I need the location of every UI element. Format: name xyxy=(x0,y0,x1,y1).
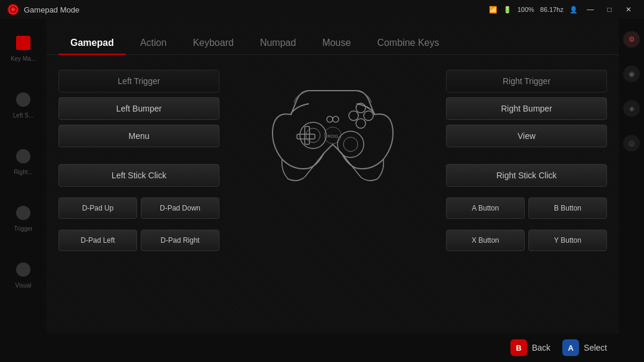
bottom-bar: B Back A Select xyxy=(47,333,619,362)
hz-display: 86.17hz xyxy=(540,6,564,13)
back-action[interactable]: B Back xyxy=(510,339,550,356)
svg-text:ROG: ROG xyxy=(327,134,338,139)
spacer xyxy=(58,152,219,159)
select-action[interactable]: A Select xyxy=(562,339,607,356)
gamepad-area: Left Trigger Left Bumper Menu Left Stick… xyxy=(47,55,619,361)
svg-point-8 xyxy=(364,111,373,120)
tab-action[interactable]: Action xyxy=(128,32,178,54)
svg-point-7 xyxy=(356,119,366,128)
lefts-icon xyxy=(16,92,30,107)
right-sidebar-btn-3[interactable]: ◈ xyxy=(623,100,640,117)
sidebar-item-keymap[interactable]: Key Ma... xyxy=(2,31,44,70)
b-button[interactable]: B Button xyxy=(528,197,607,219)
right-icon xyxy=(16,149,30,163)
tab-combine-keys[interactable]: Combine Keys xyxy=(365,32,451,54)
sidebar-item-lefts[interactable]: Left S... xyxy=(2,88,44,126)
titlebar: Gamepad Mode 📶 🔋 100% 86.17hz 👤 — □ ✕ xyxy=(0,0,644,19)
select-label: Select xyxy=(584,343,607,352)
sidebar-label-lefts: Left S... xyxy=(5,109,42,122)
app-title: Gamepad Mode xyxy=(24,5,79,14)
battery-icon: 🔋 xyxy=(503,6,512,14)
sidebar-label-trigger: Trigger xyxy=(5,222,42,235)
sidebar-item-trigger[interactable]: Trigger xyxy=(2,201,44,240)
sidebar-item-visual[interactable]: Visual xyxy=(2,258,44,296)
battery-percent: 100% xyxy=(518,6,534,13)
tab-keyboard[interactable]: Keyboard xyxy=(181,32,246,54)
minimize-button[interactable]: — xyxy=(582,4,599,16)
titlebar-right: 📶 🔋 100% 86.17hz 👤 — □ ✕ xyxy=(487,4,637,16)
face-btn-row-1: A Button B Button xyxy=(446,197,607,219)
svg-point-9 xyxy=(349,111,358,120)
right-bumper-button[interactable]: Right Bumper xyxy=(446,97,607,120)
dpad-up-button[interactable]: D-Pad Up xyxy=(58,197,137,219)
x-button[interactable]: X Button xyxy=(446,230,525,251)
tab-gamepad[interactable]: Gamepad xyxy=(58,32,126,54)
tab-numpad[interactable]: Numpad xyxy=(248,32,308,54)
dpad-row-1: D-Pad Up D-Pad Down xyxy=(58,197,219,219)
right-sidebar: ⚙ ◉ ◈ ◎ xyxy=(619,19,644,362)
right-sidebar-btn-1[interactable]: ⚙ xyxy=(623,31,640,48)
svg-point-12 xyxy=(327,116,333,122)
view-button[interactable]: View xyxy=(446,125,607,147)
right-sidebar-btn-2[interactable]: ◉ xyxy=(623,66,640,82)
menu-button[interactable]: Menu xyxy=(58,125,219,147)
user-icon: 👤 xyxy=(569,6,578,14)
visual-icon xyxy=(16,262,30,277)
buttons-layout: Left Trigger Left Bumper Menu Left Stick… xyxy=(58,67,607,355)
svg-point-2 xyxy=(306,128,320,143)
right-column: Right Trigger Right Bumper View Right St… xyxy=(446,67,607,251)
spacer-right xyxy=(446,152,607,159)
main-content: Gamepad Action Keyboard Numpad Mouse Com… xyxy=(47,19,619,362)
dpad-left-button[interactable]: D-Pad Left xyxy=(58,230,137,251)
back-label: Back xyxy=(532,343,550,352)
keymap-icon xyxy=(16,36,30,50)
svg-rect-5 xyxy=(305,126,309,144)
left-bumper-button[interactable]: Left Bumper xyxy=(58,97,219,120)
left-trigger-button[interactable]: Left Trigger xyxy=(58,70,219,92)
dpad-right-button[interactable]: D-Pad Right xyxy=(141,230,219,251)
app-logo xyxy=(7,4,19,16)
tab-bar: Gamepad Action Keyboard Numpad Mouse Com… xyxy=(47,19,619,55)
dpad-down-button[interactable]: D-Pad Down xyxy=(141,197,219,219)
right-trigger-button[interactable]: Right Trigger xyxy=(446,70,607,92)
wifi-icon: 📶 xyxy=(489,6,497,14)
face-btn-row-2: X Button Y Button xyxy=(446,230,607,251)
a-button[interactable]: A Button xyxy=(446,197,525,219)
controller-illustration: ROG xyxy=(264,67,401,186)
left-column: Left Trigger Left Bumper Menu Left Stick… xyxy=(58,67,219,251)
back-icon: B xyxy=(510,339,527,356)
y-button[interactable]: Y Button xyxy=(528,230,607,251)
maximize-button[interactable]: □ xyxy=(601,4,618,16)
sidebar-label-right: Right... xyxy=(5,166,42,178)
svg-point-4 xyxy=(343,137,358,151)
center-controller: ROG xyxy=(219,67,446,186)
svg-point-1 xyxy=(300,122,326,148)
tab-mouse[interactable]: Mouse xyxy=(310,32,363,54)
sidebar-label-visual: Visual xyxy=(5,279,42,292)
right-sidebar-btn-4[interactable]: ◎ xyxy=(623,135,640,151)
titlebar-left: Gamepad Mode xyxy=(7,4,79,16)
dpad-row-2: D-Pad Left D-Pad Right xyxy=(58,230,219,251)
sidebar-label-keymap: Key Ma... xyxy=(5,52,42,65)
sidebar: Key Ma... Left S... Right... Trigger Vis… xyxy=(0,19,47,362)
svg-point-11 xyxy=(333,116,339,122)
right-stick-click-button[interactable]: Right Stick Click xyxy=(446,164,607,187)
trigger-icon xyxy=(16,206,30,220)
close-button[interactable]: ✕ xyxy=(620,4,637,16)
left-stick-click-button[interactable]: Left Stick Click xyxy=(58,164,219,187)
sidebar-item-right[interactable]: Right... xyxy=(2,144,44,183)
select-icon: A xyxy=(562,339,579,356)
